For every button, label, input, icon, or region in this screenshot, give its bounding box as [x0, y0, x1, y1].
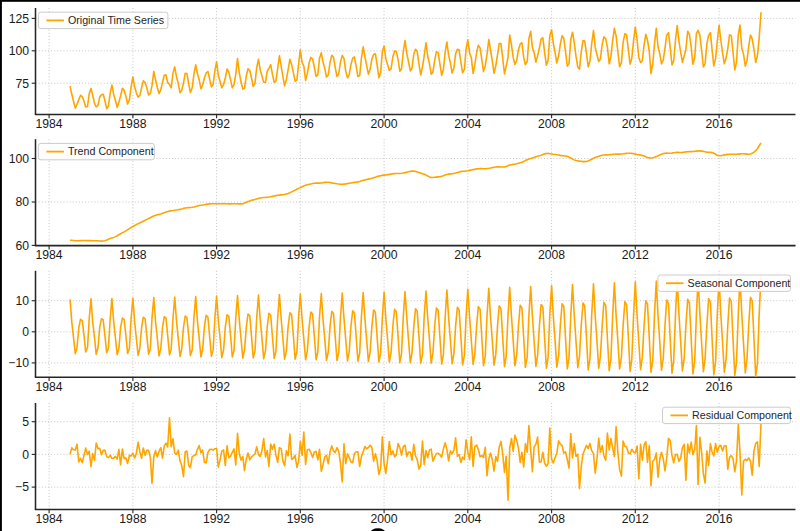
- svg-text:2012: 2012: [622, 117, 649, 131]
- svg-text:1992: 1992: [203, 117, 230, 131]
- svg-text:1988: 1988: [119, 380, 146, 394]
- svg-text:80: 80: [15, 195, 29, 209]
- svg-text:2004: 2004: [454, 512, 481, 526]
- svg-text:5: 5: [22, 415, 29, 429]
- svg-text:100: 100: [9, 44, 30, 58]
- svg-text:2008: 2008: [538, 248, 565, 262]
- svg-text:2016: 2016: [706, 512, 733, 526]
- svg-text:2012: 2012: [622, 512, 649, 526]
- svg-text:2016: 2016: [706, 248, 733, 262]
- svg-text:1996: 1996: [287, 512, 314, 526]
- svg-text:1988: 1988: [119, 512, 146, 526]
- svg-text:2016: 2016: [706, 380, 733, 394]
- svg-text:2008: 2008: [538, 512, 565, 526]
- svg-text:10: 10: [15, 294, 29, 308]
- svg-text:100: 100: [9, 152, 30, 166]
- svg-text:1984: 1984: [36, 117, 63, 131]
- svg-text:1996: 1996: [287, 380, 314, 394]
- svg-text:2004: 2004: [454, 380, 481, 394]
- svg-text:Seasonal Component: Seasonal Component: [688, 277, 791, 289]
- svg-text:1996: 1996: [287, 117, 314, 131]
- svg-text:−5: −5: [15, 480, 29, 494]
- svg-text:2000: 2000: [371, 117, 398, 131]
- svg-text:Trend Component: Trend Component: [68, 145, 154, 157]
- svg-text:0: 0: [22, 448, 29, 462]
- svg-text:0: 0: [22, 325, 29, 339]
- svg-text:Residual Component: Residual Component: [692, 409, 792, 421]
- svg-text:75: 75: [15, 77, 29, 91]
- svg-text:1992: 1992: [203, 380, 230, 394]
- svg-text:1996: 1996: [287, 248, 314, 262]
- svg-text:125: 125: [9, 12, 30, 26]
- svg-text:2000: 2000: [371, 512, 398, 526]
- svg-text:2016: 2016: [706, 117, 733, 131]
- svg-text:−10: −10: [8, 356, 29, 370]
- svg-text:2004: 2004: [454, 248, 481, 262]
- svg-text:1992: 1992: [203, 512, 230, 526]
- svg-text:1984: 1984: [36, 380, 63, 394]
- svg-text:2012: 2012: [622, 380, 649, 394]
- svg-text:60: 60: [15, 239, 29, 253]
- svg-text:2008: 2008: [538, 117, 565, 131]
- svg-text:2012: 2012: [622, 248, 649, 262]
- svg-text:2008: 2008: [538, 380, 565, 394]
- svg-text:Original Time Series: Original Time Series: [68, 14, 164, 26]
- svg-text:1988: 1988: [119, 248, 146, 262]
- svg-text:2004: 2004: [454, 117, 481, 131]
- svg-text:2000: 2000: [371, 380, 398, 394]
- svg-text:1988: 1988: [119, 117, 146, 131]
- svg-text:2000: 2000: [371, 248, 398, 262]
- svg-text:1992: 1992: [203, 248, 230, 262]
- svg-text:1984: 1984: [36, 248, 63, 262]
- svg-text:1984: 1984: [36, 512, 63, 526]
